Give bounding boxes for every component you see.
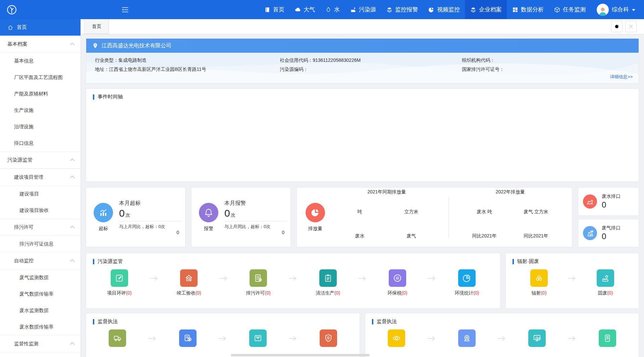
sidebar-item-19[interactable]: 监督性监测 (0, 335, 80, 352)
chevron-up-icon (70, 259, 74, 264)
company-fields: 行业类型：集成电路制造社会信用代码：91361122058830226M组织机构… (86, 55, 639, 73)
refresh-button[interactable] (611, 21, 623, 32)
flow-item-固废[interactable]: 固废(0) (590, 269, 621, 296)
law-panel-right: 监督执法 (365, 313, 639, 357)
flow-item-项目环评[interactable]: 项目环评(0) (104, 269, 135, 296)
flow-item-label: 环境统计(0) (454, 290, 479, 296)
flow-arrow-icon (219, 275, 229, 281)
emission-card: 排放量 2021年同期排放量 吨废水 立方米废气 2022年排放量 废水 吨同比 (297, 187, 572, 247)
flow-item-竣工验收[interactable]: 竣工验收(0) (173, 269, 205, 296)
sidebar-item-17[interactable]: 废水监测数据 (0, 302, 80, 319)
sidebar-item-13[interactable]: 排污许可证信息 (0, 236, 80, 252)
sidebar-item-1[interactable]: 基本档案 (0, 36, 80, 53)
nav-item-7[interactable]: 数据分析 (507, 0, 549, 19)
sidebar-item-15[interactable]: 废气监测数据 (0, 269, 80, 286)
sidebar-item-3[interactable]: 厂区平面及工艺流程图 (0, 69, 80, 86)
company-field-3: 地址：江西省上饶市高新区芦洋工业园B区长青路11号 (95, 66, 280, 73)
nav-item-5[interactable]: 视频监控 (423, 0, 465, 19)
sidebar-item-10[interactable]: 建设项目 (0, 186, 80, 202)
sidebar-item-5[interactable]: 生产设施 (0, 102, 80, 119)
sidebar-item-14[interactable]: 自动监控 (0, 252, 80, 269)
alarm-title: 本月报警 (224, 200, 287, 207)
sidebar-item-11[interactable]: 建设项目验收 (0, 202, 80, 219)
nav-item-1[interactable]: 大气 (289, 0, 320, 19)
pie-solid-icon (428, 6, 435, 13)
sidebar-item-16[interactable]: 废气数据传输率 (0, 286, 80, 302)
flow-item-eye-icon[interactable] (381, 329, 412, 347)
nav-item-6[interactable]: 企业档案 (465, 0, 507, 19)
sidebar-item-0[interactable]: 首页 (0, 19, 80, 36)
nav-item-8[interactable]: 任务监测 (549, 0, 591, 19)
flow-item-清洁生产[interactable]: 清洁生产(0) (312, 269, 344, 296)
sidebar-item-label: 基本档案 (7, 41, 28, 47)
flow-arrow-icon (149, 275, 159, 281)
nav-item-label: 监控报警 (395, 6, 418, 13)
overproof-compare-value: 0 (119, 230, 182, 235)
main-nav: 首页大气水污染源监控报警视频监控企业档案数据分析任务监测 (259, 0, 591, 19)
user-menu[interactable]: 综合科 (591, 4, 644, 16)
house-search-icon (180, 269, 198, 287)
flow-item-排污许可[interactable]: 排污许可(0) (243, 269, 274, 296)
detail-link[interactable]: 详细信息>> (86, 73, 639, 82)
flow-item-环境统计[interactable]: 环境统计(0) (451, 269, 483, 296)
sidebar-item-8[interactable]: 污染源监管 (0, 151, 80, 169)
sidebar-item-9[interactable]: 建设项目管理 (0, 169, 80, 186)
nav-item-4[interactable]: 监控报警 (381, 0, 423, 19)
sidebar-item-18[interactable]: 废水数据传输率 (0, 319, 80, 335)
sidebar-item-label: 废气数据传输率 (19, 291, 54, 297)
flow-item-tax-doc-icon[interactable] (172, 329, 204, 347)
emission-2021: 2021年同期排放量 吨废水 立方米废气 (325, 180, 448, 255)
company-field-4: 污染源编码： (280, 66, 462, 73)
flow-arrow-icon (218, 336, 228, 342)
company-card: 江西高盛达光电技术有限公司 行业类型：集成电路制造社会信用代码：91361122… (86, 38, 639, 84)
sidebar-item-6[interactable]: 治理设施 (0, 119, 80, 135)
user-name: 综合科 (612, 6, 629, 13)
flow-arrow-icon (497, 336, 507, 342)
brand-logo[interactable] (0, 4, 23, 16)
timeline-title: 事件时间轴 (98, 94, 123, 100)
overproof-title: 本月超标 (119, 200, 182, 207)
pie-chart-icon (306, 203, 325, 222)
emission-icon-label: 排放量 (308, 226, 322, 232)
menu-collapse-icon (121, 5, 129, 14)
flow-arrow-icon (148, 336, 158, 342)
flow-item-device-icon[interactable] (592, 329, 623, 347)
company-field-5: 国家排污许可证号： (462, 66, 639, 73)
horizontal-scrollbar[interactable] (231, 354, 370, 356)
sidebar-item-7[interactable]: 排口信息 (0, 135, 80, 151)
nav-item-3[interactable]: 污染源 (345, 0, 381, 19)
close-button[interactable] (625, 21, 637, 32)
flow-item-truck-icon[interactable] (102, 329, 133, 347)
sidebar-item-4[interactable]: 产能及原辅材料 (0, 86, 80, 102)
chevron-up-icon (70, 226, 74, 230)
overproof-compare: 与上月同比，超标：0次 (119, 224, 182, 230)
chevron-up-icon (70, 43, 74, 47)
sidebar-item-12[interactable]: 排污许可 (0, 219, 80, 236)
water-outlet-icon (583, 194, 597, 209)
flow-item-环保税[interactable]: 税环保税(0) (382, 269, 413, 296)
gas-outlet-card: 废气排口 0 (578, 219, 639, 247)
nav-item-2[interactable]: 水 (320, 0, 345, 19)
flow-item-label: 竣工验收(0) (177, 290, 201, 296)
water-outlet-card: 废水排口 0 (578, 187, 639, 216)
menu-collapse-button[interactable] (121, 5, 129, 14)
company-name: 江西高盛达光电技术有限公司 (102, 42, 171, 49)
nav-item-0[interactable]: 首页 (259, 0, 289, 19)
flow-arrow-icon (358, 275, 368, 281)
bar-chart-icon (94, 203, 113, 222)
sidebar-item-2[interactable]: 基本信息 (0, 53, 80, 69)
edit-icon (111, 269, 128, 287)
flow-item-shield-supervise-icon[interactable]: 督 (313, 329, 344, 347)
tab-home[interactable]: 首页 (84, 19, 109, 34)
panel-accent-bar (93, 319, 94, 324)
tax-doc-icon (179, 329, 197, 347)
alarm-compare: 与上月同比，超标：0次 (224, 224, 287, 230)
flow-item-envelope-icon[interactable] (242, 329, 274, 347)
radiation-icon (530, 269, 548, 287)
flow-item-monitor-chart-icon[interactable] (521, 329, 553, 347)
flow-item-label: 清洁生产(0) (316, 290, 340, 296)
law-right-title: 监督执法 (377, 318, 397, 325)
flow-item-辐射[interactable]: 辐射(0) (523, 269, 555, 296)
flow-item-webcam-icon[interactable] (451, 329, 483, 347)
alarm-icon-label: 报警 (204, 226, 213, 232)
